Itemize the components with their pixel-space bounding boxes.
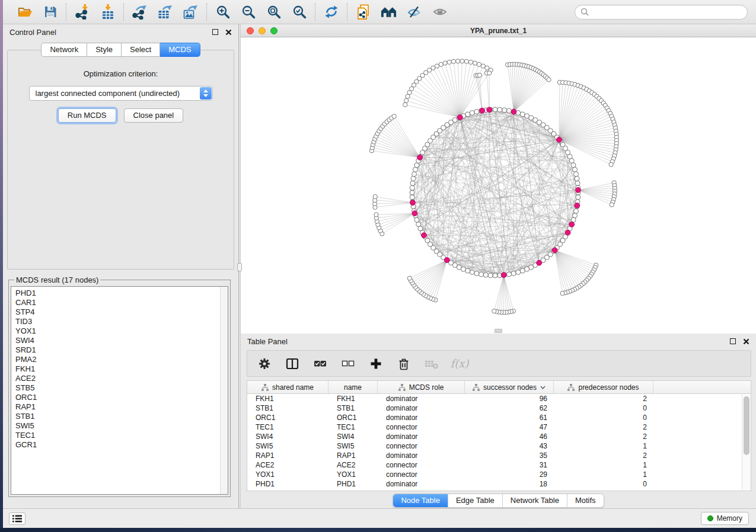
- cell-successor-nodes[interactable]: 31: [465, 460, 554, 470]
- mcds-result-item[interactable]: ACE2: [15, 374, 228, 383]
- optimization-criterion-select[interactable]: largest connected component (undirected): [29, 86, 213, 101]
- mcds-hub-node[interactable]: [410, 200, 416, 206]
- cell-shared-name[interactable]: STB1: [247, 403, 328, 413]
- zoom-out-button[interactable]: [240, 4, 256, 20]
- tab-node-table[interactable]: Node Table: [393, 494, 448, 507]
- close-panel-button[interactable]: Close panel: [124, 108, 184, 123]
- mcds-result-item[interactable]: TEC1: [15, 431, 228, 440]
- mcds-result-item[interactable]: PMA2: [15, 355, 228, 364]
- mcds-result-item[interactable]: PHD1: [15, 289, 228, 298]
- mcds-hub-node[interactable]: [557, 137, 562, 143]
- tab-edge-table[interactable]: Edge Table: [448, 494, 502, 507]
- table-row[interactable]: STB1STB1dominator620: [247, 403, 751, 413]
- cell-predecessor-nodes[interactable]: 2: [554, 451, 653, 460]
- mcds-result-item[interactable]: TID3: [15, 317, 228, 326]
- network-leaf-node[interactable]: [547, 78, 551, 82]
- cell-successor-nodes[interactable]: 96: [465, 394, 554, 403]
- network-node[interactable]: [520, 112, 525, 117]
- network-node[interactable]: [569, 158, 574, 163]
- network-leaf-node[interactable]: [403, 102, 407, 107]
- network-node[interactable]: [414, 163, 419, 168]
- network-graph[interactable]: [241, 37, 756, 334]
- cell-successor-nodes[interactable]: 35: [465, 451, 554, 460]
- task-history-button[interactable]: [9, 512, 25, 525]
- network-leaf-node[interactable]: [406, 94, 410, 98]
- delete-column-button[interactable]: [397, 357, 411, 371]
- network-leaf-node[interactable]: [404, 98, 409, 102]
- mcds-result-list[interactable]: PHD1CAR1STP4TID3YOX1SWI4SRD1PMA2FKH1ACE2…: [11, 286, 228, 495]
- column-header-successor-nodes[interactable]: successor nodes: [465, 381, 554, 393]
- mcds-hub-node[interactable]: [552, 248, 557, 253]
- table-scrollbar[interactable]: [742, 395, 751, 490]
- table-row[interactable]: PHD1PHD1dominator180: [247, 479, 751, 489]
- table-row[interactable]: ORC1ORC1dominator610: [247, 413, 751, 422]
- network-leaf-node[interactable]: [464, 59, 468, 63]
- mcds-hub-node[interactable]: [569, 222, 575, 227]
- mcds-hub-node[interactable]: [511, 109, 516, 114]
- cell-successor-nodes[interactable]: 43: [465, 441, 554, 451]
- network-node[interactable]: [488, 273, 493, 278]
- cell-name[interactable]: STB1: [328, 403, 378, 413]
- network-node[interactable]: [470, 270, 474, 275]
- cell-shared-name[interactable]: RAP1: [247, 451, 328, 460]
- tab-style[interactable]: Style: [87, 43, 122, 57]
- network-node[interactable]: [493, 273, 497, 278]
- cell-successor-nodes[interactable]: 29: [465, 470, 554, 479]
- network-node[interactable]: [416, 222, 421, 227]
- column-header-predecessor-nodes[interactable]: predecessor nodes: [554, 381, 653, 393]
- network-node[interactable]: [574, 172, 579, 177]
- table-row[interactable]: SWI4SWI4dominator462: [247, 432, 751, 441]
- cell-name[interactable]: RAP1: [328, 451, 378, 460]
- network-leaf-node[interactable]: [468, 60, 473, 64]
- network-node[interactable]: [507, 272, 512, 277]
- mcds-result-item[interactable]: GCR1: [15, 440, 228, 450]
- cell-predecessor-nodes[interactable]: 0: [554, 403, 653, 413]
- table-row[interactable]: FKH1FKH1dominator962: [247, 394, 751, 403]
- refresh-button[interactable]: [323, 4, 339, 20]
- cell-predecessor-nodes[interactable]: 1: [554, 441, 653, 451]
- mcds-hub-node[interactable]: [501, 273, 506, 278]
- network-leaf-node[interactable]: [456, 59, 460, 63]
- cell-shared-name[interactable]: SWI5: [247, 441, 328, 451]
- network-leaf-node[interactable]: [439, 62, 443, 66]
- cell-predecessor-nodes[interactable]: 0: [554, 479, 653, 489]
- cell-MCDS-role[interactable]: connector: [378, 460, 465, 470]
- cell-MCDS-role[interactable]: connector: [378, 470, 465, 479]
- table-row[interactable]: ACE2ACE2connector311: [247, 460, 751, 470]
- cell-MCDS-role[interactable]: dominator: [378, 413, 465, 422]
- mcds-result-item[interactable]: FKH1: [15, 364, 228, 374]
- cell-name[interactable]: YOX1: [328, 470, 378, 479]
- mcds-hub-node[interactable]: [575, 203, 580, 209]
- network-leaf-node[interactable]: [447, 60, 451, 64]
- mcds-hub-node[interactable]: [457, 115, 462, 120]
- zoom-fit-button[interactable]: [266, 4, 282, 20]
- cell-shared-name[interactable]: FKH1: [247, 394, 328, 403]
- cell-MCDS-role[interactable]: dominator: [378, 479, 465, 489]
- network-canvas[interactable]: [241, 37, 756, 334]
- network-node[interactable]: [576, 195, 580, 200]
- cell-MCDS-role[interactable]: connector: [378, 441, 465, 451]
- network-leaf-node[interactable]: [451, 59, 455, 63]
- mcds-result-item[interactable]: STB5: [15, 383, 228, 393]
- open-file-button[interactable]: [17, 4, 33, 20]
- cell-predecessor-nodes[interactable]: 0: [554, 413, 653, 422]
- mcds-hub-node[interactable]: [412, 211, 417, 216]
- network-node[interactable]: [413, 167, 418, 172]
- zoom-in-button[interactable]: [215, 4, 231, 20]
- cell-name[interactable]: ACE2: [328, 460, 378, 470]
- zoom-selected-button[interactable]: [291, 4, 307, 20]
- cell-successor-nodes[interactable]: 47: [465, 422, 554, 432]
- network-node[interactable]: [575, 177, 579, 181]
- cell-predecessor-nodes[interactable]: 2: [554, 432, 653, 441]
- network-node[interactable]: [574, 209, 579, 213]
- network-leaf-node[interactable]: [487, 71, 492, 75]
- network-leaf-node[interactable]: [407, 276, 412, 280]
- hide-glasses-button[interactable]: [406, 4, 422, 20]
- network-leaf-node[interactable]: [392, 114, 396, 118]
- network-node[interactable]: [465, 268, 470, 273]
- network-node[interactable]: [411, 177, 416, 181]
- mcds-hub-node[interactable]: [444, 258, 449, 263]
- deselect-all-rows-button[interactable]: [341, 357, 355, 371]
- float-panel-icon[interactable]: [212, 29, 218, 35]
- float-table-panel-icon[interactable]: [730, 338, 736, 344]
